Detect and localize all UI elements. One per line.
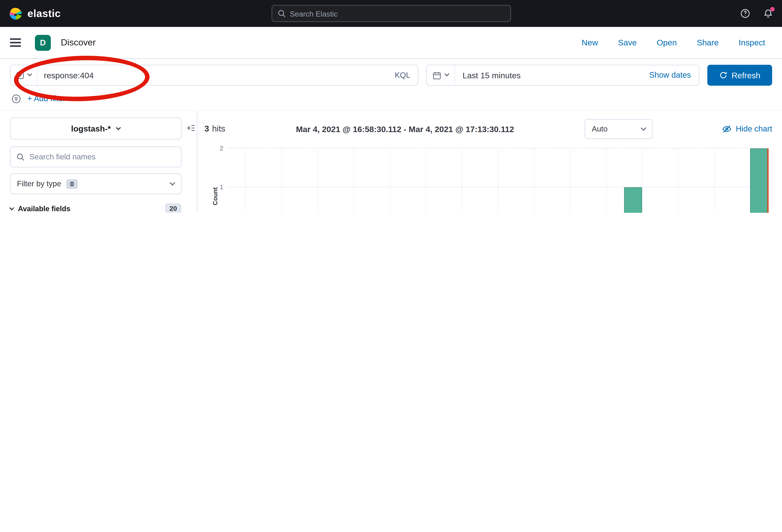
interval-value: Auto xyxy=(592,124,608,134)
collapse-sidebar-button[interactable] xyxy=(186,123,196,134)
kibana-discover-page: elastic D Discover NewSaveOpenShareInspe… xyxy=(0,0,782,213)
vertical-gridline xyxy=(498,148,498,213)
logo-group: elastic xyxy=(9,7,271,20)
query-box: response:404 KQL xyxy=(10,65,418,86)
vertical-gridline xyxy=(281,148,282,213)
available-fields-toggle[interactable]: Available fields 20 xyxy=(10,203,181,213)
elastic-logo-text: elastic xyxy=(28,8,61,20)
filter-by-type-label: Filter by type xyxy=(17,179,61,188)
chevron-down-icon xyxy=(9,205,14,210)
saved-query-icon xyxy=(16,71,25,79)
show-dates-button[interactable]: Show dates xyxy=(649,71,699,80)
chevron-down-icon xyxy=(445,72,450,77)
global-search-input[interactable] xyxy=(290,9,505,18)
elastic-logo-icon[interactable] xyxy=(9,7,23,20)
chevron-down-icon xyxy=(170,180,175,185)
content: logstash-* Filter by type 0 Available fi… xyxy=(0,111,782,213)
header-actions xyxy=(511,8,773,18)
vertical-gridline xyxy=(606,148,607,213)
interval-select[interactable]: Auto xyxy=(585,119,652,139)
viewport-scaler: elastic D Discover NewSaveOpenShareInspe… xyxy=(0,0,782,213)
vertical-gridline xyxy=(317,148,318,213)
chevron-down-icon xyxy=(641,125,646,130)
nav-action-inspect[interactable]: Inspect xyxy=(739,38,765,47)
help-icon[interactable] xyxy=(740,8,750,18)
field-search-input[interactable] xyxy=(30,152,175,161)
vertical-gridline xyxy=(390,148,390,213)
vertical-gridline xyxy=(354,148,354,213)
nav-action-save[interactable]: Save xyxy=(618,38,637,47)
hits-count: 3hits xyxy=(204,124,225,134)
available-fields-label: Available fields xyxy=(18,204,70,213)
vertical-gridline xyxy=(642,148,643,213)
y-tick-label: 2 xyxy=(213,145,223,152)
add-filter-button[interactable]: + Add filter xyxy=(28,94,65,103)
query-section: response:404 KQL Last 15 minutes Show da… xyxy=(0,59,782,111)
vertical-gridline xyxy=(570,148,570,213)
vertical-gridline xyxy=(678,148,678,213)
vertical-gridline xyxy=(714,148,715,213)
filter-by-type-count: 0 xyxy=(66,179,78,189)
nav-actions: NewSaveOpenShareInspect xyxy=(581,38,773,47)
available-fields-count: 20 xyxy=(165,203,181,213)
vertical-gridline xyxy=(462,148,462,213)
vertical-gridline xyxy=(245,148,246,213)
time-picker: Last 15 minutes Show dates xyxy=(426,65,700,86)
notification-dot xyxy=(770,7,775,11)
index-pattern-select[interactable]: logstash-* xyxy=(10,118,181,140)
refresh-label: Refresh xyxy=(732,71,760,80)
fields-sidebar: logstash-* Filter by type 0 Available fi… xyxy=(0,111,198,213)
eye-slash-icon xyxy=(722,124,731,134)
histogram-bar[interactable] xyxy=(624,187,642,213)
y-tick-label: 1 xyxy=(213,184,223,190)
query-input[interactable]: response:404 xyxy=(37,71,94,80)
menu-button[interactable] xyxy=(9,34,22,51)
hits-number: 3 xyxy=(204,124,209,134)
chevron-down-icon xyxy=(27,72,32,77)
histogram-bar[interactable] xyxy=(750,148,768,213)
app-nav-bar: D Discover NewSaveOpenShareInspect xyxy=(0,27,782,59)
discover-main: 3hits Mar 4, 2021 @ 16:58:30.112 - Mar 4… xyxy=(198,111,782,213)
vertical-gridline xyxy=(426,148,426,213)
date-picker-menu-button[interactable] xyxy=(427,65,455,85)
time-range-value[interactable]: Last 15 minutes xyxy=(455,71,521,80)
global-header: elastic xyxy=(0,0,782,27)
horizontal-gridline xyxy=(227,187,768,187)
saved-query-menu-button[interactable] xyxy=(10,65,37,85)
chevron-down-icon xyxy=(116,125,121,130)
index-pattern-label: logstash-* xyxy=(71,124,111,133)
nav-action-open[interactable]: Open xyxy=(656,38,677,47)
histogram-chart: Count 16:59:0017:00:0017:01:0017:02:0017… xyxy=(227,148,769,213)
search-icon xyxy=(16,153,25,161)
hits-label: hits xyxy=(212,124,225,134)
field-search xyxy=(10,146,181,167)
nav-action-new[interactable]: New xyxy=(581,38,598,47)
kql-language-button[interactable]: KQL xyxy=(395,71,418,80)
current-time-marker xyxy=(767,148,769,213)
refresh-icon xyxy=(719,71,727,79)
refresh-button[interactable]: Refresh xyxy=(707,65,772,86)
global-search[interactable] xyxy=(271,5,511,22)
notifications-icon[interactable] xyxy=(763,8,773,18)
filter-by-type-button[interactable]: Filter by type 0 xyxy=(10,173,181,194)
chart-time-range: Mar 4, 2021 @ 16:58:30.112 - Mar 4, 2021… xyxy=(225,124,585,134)
horizontal-gridline xyxy=(227,148,768,149)
discover-app-icon: D xyxy=(35,35,51,50)
hide-chart-button[interactable]: Hide chart xyxy=(722,124,772,134)
filter-bar: + Add filter xyxy=(10,91,772,106)
page-title: Discover xyxy=(61,37,96,48)
search-icon xyxy=(277,9,285,17)
results-header: 3hits Mar 4, 2021 @ 16:58:30.112 - Mar 4… xyxy=(204,118,772,141)
plot-area: 16:59:0017:00:0017:01:0017:02:0017:03:00… xyxy=(227,148,768,213)
vertical-gridline xyxy=(534,148,534,213)
hide-chart-label: Hide chart xyxy=(736,124,772,134)
nav-action-share[interactable]: Share xyxy=(697,38,719,47)
calendar-icon xyxy=(433,71,441,79)
filter-options-icon[interactable] xyxy=(11,94,21,104)
